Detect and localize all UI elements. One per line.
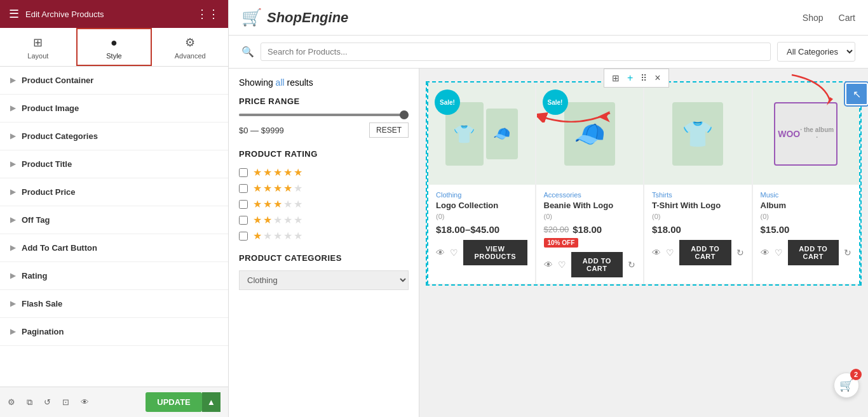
sidebar-item-product-title[interactable]: ▶ Product Title <box>0 150 228 178</box>
svg-marker-0 <box>827 97 833 105</box>
sidebar-item-flash-sale[interactable]: ▶ Flash Sale <box>0 290 228 318</box>
chevron-icon: ▶ <box>10 244 15 252</box>
sidebar-item-product-price[interactable]: ▶ Product Price <box>0 178 228 206</box>
stars-2: ★★★★★ <box>253 214 302 226</box>
refresh-icon-2[interactable]: ↻ <box>628 260 635 270</box>
sidebar-items-list: ▶ Product Container ▶ Product Image ▶ Pr… <box>0 67 228 387</box>
grid-apps-icon[interactable]: ⋮⋮ <box>196 7 219 21</box>
rating-checkbox-1[interactable] <box>239 232 248 241</box>
heart-icon-1[interactable]: ♡ <box>450 248 458 258</box>
sidebar-item-pagination[interactable]: ▶ Pagination <box>0 318 228 346</box>
off-badge-2: 10% OFF <box>544 238 579 248</box>
sidebar-item-add-to-cart[interactable]: ▶ Add To Cart Button <box>0 234 228 262</box>
product-rating-count-2: (0) <box>544 213 636 220</box>
tshirt-image-3: 👕 <box>672 102 723 166</box>
product-price-1: $18.00–$45.00 <box>436 224 527 235</box>
topbar: 🛒 ShopEngine Shop Cart <box>229 0 868 36</box>
refresh-icon-3[interactable]: ↻ <box>736 248 744 258</box>
stars-1: ★★★★★ <box>253 230 302 242</box>
eye-icon-3[interactable]: 👁 <box>652 248 661 258</box>
toolbar-plus-button[interactable]: + <box>625 71 635 85</box>
heart-icon-2[interactable]: ♡ <box>558 260 566 270</box>
nav-shop[interactable]: Shop <box>803 13 824 23</box>
preview-icon[interactable]: 👁 <box>81 397 89 407</box>
chevron-icon: ▶ <box>10 160 15 168</box>
sidebar-item-product-categories[interactable]: ▶ Product Categories <box>0 122 228 150</box>
heart-icon-3[interactable]: ♡ <box>666 248 674 258</box>
toolbar-grid-button[interactable]: ⊞ <box>609 72 622 84</box>
product-info-1: Clothing Logo Collection (0) $18.00–$45.… <box>428 185 535 272</box>
chevron-icon: ▶ <box>10 216 15 224</box>
reset-button[interactable]: RESET <box>369 122 409 138</box>
responsive-icon[interactable]: ⊡ <box>62 397 69 407</box>
product-image-3: 👕 <box>644 83 752 185</box>
sidebar-item-off-tag[interactable]: ▶ Off Tag <box>0 206 228 234</box>
cart-badge-wrap: 🛒 2 <box>834 373 859 398</box>
price-range-slider <box>239 114 409 116</box>
categories-dropdown[interactable]: Clothing <box>239 270 409 290</box>
rating-row-1: ★★★★★ <box>239 230 409 242</box>
tab-layout[interactable]: ⊞ Layout <box>0 28 76 66</box>
off-badge-wrap-2: 10% OFF <box>544 237 636 247</box>
hamburger-icon[interactable]: ☰ <box>9 7 19 21</box>
product-images-group: 👕 🧢 <box>445 102 518 166</box>
search-bar: 🔍 All Categories <box>229 36 868 69</box>
settings-icon[interactable]: ⚙ <box>8 397 15 407</box>
category-select[interactable]: All Categories <box>777 42 855 62</box>
layers-icon[interactable]: ⧉ <box>27 397 32 407</box>
rating-options: ★★★★★ ★★★★★ ★★★★★ <box>239 166 409 242</box>
slider-fill <box>239 114 409 116</box>
sidebar-item-product-container[interactable]: ▶ Product Container <box>0 67 228 95</box>
add-to-cart-button-4[interactable]: ADD TO CART <box>788 240 839 265</box>
product-info-3: Tshirts T-Shirt With Logo (0) $18.00 👁 ♡… <box>644 185 752 272</box>
product-title-4: Album <box>761 201 852 210</box>
sidebar-item-rating[interactable]: ▶ Rating <box>0 262 228 290</box>
nav-cart[interactable]: Cart <box>839 13 855 23</box>
topbar-nav: Shop Cart <box>803 13 855 23</box>
product-toolbar: ⊞ + ⠿ × <box>604 69 669 88</box>
refresh-icon-4[interactable]: ↻ <box>844 248 851 258</box>
rating-checkbox-5[interactable] <box>239 168 248 177</box>
toolbar-close-button[interactable]: × <box>652 71 663 85</box>
chevron-icon: ▶ <box>10 76 15 84</box>
update-dropdown-button[interactable]: ▲ <box>202 392 220 412</box>
shop-content: Showing all results PRICE RANGE $0 — $99… <box>229 69 868 417</box>
cursor-action-button[interactable]: ↖ <box>845 83 868 105</box>
cursor-icon: ↖ <box>853 88 861 100</box>
eye-icon-1[interactable]: 👁 <box>436 248 445 258</box>
product-price-4: $15.00 <box>761 224 852 235</box>
product-rating-count-3: (0) <box>652 213 744 220</box>
price-range-section: PRICE RANGE $0 — $9999 RESET <box>239 96 409 138</box>
eye-icon-4[interactable]: 👁 <box>761 248 770 258</box>
product-title-2: Beanie With Logo <box>544 201 636 210</box>
results-highlight: all <box>276 77 285 88</box>
price-range-text: $0 — $9999 <box>239 126 284 135</box>
chevron-icon: ▶ <box>10 300 15 308</box>
tab-style[interactable]: ● Style <box>76 28 153 66</box>
style-icon: ● <box>111 36 118 50</box>
rating-checkbox-3[interactable] <box>239 200 248 209</box>
slider-thumb[interactable] <box>400 110 409 119</box>
add-to-cart-button-2[interactable]: ADD TO CART <box>571 252 623 277</box>
product-image-1: 👕 🧢 Sale! <box>428 83 535 185</box>
rating-checkbox-4[interactable] <box>239 184 248 193</box>
right-arrow-indicator <box>785 69 836 109</box>
rating-title: PRODUCT RATING <box>239 149 409 159</box>
search-input[interactable] <box>268 47 764 56</box>
sidebar-item-product-image[interactable]: ▶ Product Image <box>0 95 228 122</box>
history-icon[interactable]: ↺ <box>44 397 51 407</box>
heart-icon-4[interactable]: ♡ <box>775 248 783 258</box>
tab-advanced[interactable]: ⚙ Advanced <box>152 28 228 66</box>
add-to-cart-button-3[interactable]: ADD TO CART <box>679 240 731 265</box>
view-products-button-1[interactable]: VIEW PRODUCTS <box>463 240 527 265</box>
filter-panel: Showing all results PRICE RANGE $0 — $99… <box>229 69 419 417</box>
toolbar-drag-button[interactable]: ⠿ <box>638 72 649 84</box>
update-button[interactable]: UPDATE <box>146 392 201 412</box>
product-rating-count-4: (0) <box>761 213 852 220</box>
rating-checkbox-2[interactable] <box>239 216 248 225</box>
product-rating-count-1: (0) <box>436 213 527 220</box>
product-actions-4: 👁 ♡ ADD TO CART ↻ <box>761 240 852 265</box>
product-price-2: $20.00 $18.00 <box>544 224 636 235</box>
eye-icon-2[interactable]: 👁 <box>544 260 553 270</box>
products-area: ⊞ + ⠿ × ➤ ↖ <box>419 69 868 417</box>
